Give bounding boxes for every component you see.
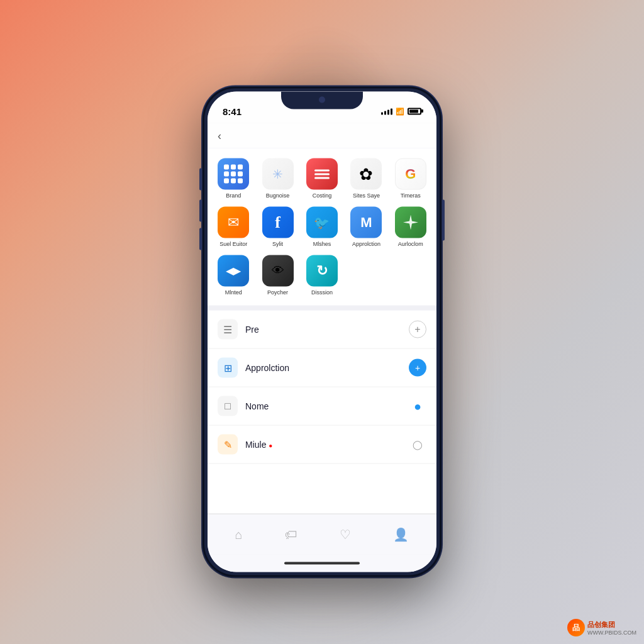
app-item-music[interactable]: ◀▶ Mlnted: [215, 255, 252, 296]
nav-back: ‹: [208, 123, 436, 148]
app-icon-disc: ↻: [306, 255, 338, 286]
phone-screen: 8:41 📶: [208, 92, 436, 572]
app-label-music: Mlnted: [225, 289, 242, 296]
signal-bar-4: [391, 109, 392, 115]
home-bar: [284, 562, 360, 565]
app-label-sites: Sites Saye: [353, 192, 380, 199]
list-item-miule[interactable]: ✎ Miule ● ◯: [208, 426, 436, 464]
app-grid: Brand ✳ Bugnoise Costing: [215, 158, 429, 296]
tab-bar: ⌂ 🏷 ♡ 👤: [208, 514, 436, 555]
list-item-nome[interactable]: □ Nome ●: [208, 387, 436, 426]
camera: [319, 97, 325, 103]
app-icon-mail: ✉: [218, 206, 249, 238]
app-item-disc[interactable]: ↻ Disssion: [304, 255, 340, 296]
app-item-mail[interactable]: ✉ Suel Euitor: [215, 206, 252, 247]
signal-bar-1: [381, 113, 383, 115]
app-label-costing: Costing: [313, 192, 332, 199]
tab-home[interactable]: ⌂: [235, 527, 243, 541]
app-icon-maps: M: [350, 206, 382, 238]
signal-bar-2: [384, 111, 386, 115]
list-action-pre[interactable]: +: [409, 321, 426, 338]
app-label-bugnoise: Bugnoise: [266, 192, 290, 199]
app-icon-facebook: f: [262, 206, 294, 238]
list-item-approlction[interactable]: ⊞ Approlction +: [208, 349, 436, 387]
list-item-pre[interactable]: ☰ Pre +: [208, 311, 436, 349]
app-label-google: Timeras: [401, 192, 421, 199]
watermark-sub: WWW.PBIDS.COM: [587, 630, 636, 636]
signal-bars: [381, 108, 392, 115]
list-section: ☰ Pre + ⊞ Approlction + □ Nome ●: [208, 311, 436, 514]
list-action-miule[interactable]: ◯: [409, 436, 426, 453]
app-item-twitter[interactable]: 🐦 Mlshes: [304, 206, 340, 247]
app-label-brand: Brand: [226, 192, 241, 199]
app-grid-section: Brand ✳ Bugnoise Costing: [208, 148, 436, 306]
watermark: 品 品创集团 WWW.PBIDS.COM: [567, 619, 636, 636]
list-text-pre: Pre: [245, 325, 401, 335]
list-action-approlction[interactable]: +: [409, 359, 426, 377]
tab-contacts[interactable]: ♡: [340, 527, 351, 542]
content-area: Brand ✳ Bugnoise Costing: [208, 148, 436, 514]
back-button[interactable]: ‹: [218, 129, 221, 142]
status-bar: 8:41 📶: [208, 92, 436, 123]
app-item-bugnoise[interactable]: ✳ Bugnoise: [259, 158, 296, 199]
watermark-logo: 品: [567, 619, 585, 636]
list-text-miule: Miule ●: [245, 440, 401, 450]
app-label-facebook: Sylit: [272, 240, 283, 247]
app-icon-twitter: 🐦: [306, 206, 338, 238]
app-item-auto[interactable]: Aurloclom: [392, 206, 429, 247]
watermark-main: 品创集团: [587, 620, 636, 630]
app-icon-music: ◀▶: [218, 255, 249, 286]
contacts-tab-icon: ♡: [340, 527, 351, 542]
phone-device: 8:41 📶: [203, 87, 441, 577]
app-icon-sites: ✿: [350, 158, 382, 190]
app-item-google[interactable]: G Timeras: [392, 158, 429, 199]
app-label-mail: Suel Euitor: [219, 240, 247, 247]
status-icons: 📶: [381, 107, 421, 115]
list-icon-approlction: ⊞: [218, 358, 238, 378]
app-item-maps[interactable]: M Approlction: [348, 206, 384, 247]
list-action-nome[interactable]: ●: [409, 397, 426, 415]
app-label-disc: Disssion: [311, 289, 333, 296]
app-label-twitter: Mlshes: [313, 240, 331, 247]
home-indicator: [208, 555, 436, 572]
battery-icon: [408, 108, 421, 114]
profile-tab-icon: 👤: [393, 527, 409, 542]
app-item-psy[interactable]: 👁 Poycher: [259, 255, 296, 296]
app-item-brand[interactable]: Brand: [215, 158, 252, 199]
svg-marker-0: [403, 214, 418, 230]
tab-store[interactable]: 🏷: [285, 527, 297, 541]
watermark-text: 品创集团 WWW.PBIDS.COM: [587, 620, 636, 636]
app-label-psy: Poycher: [267, 289, 288, 296]
signal-bar-3: [387, 110, 389, 115]
list-text-nome: Nome: [245, 401, 401, 411]
app-icon-psy: 👁: [262, 255, 294, 286]
app-item-costing[interactable]: Costing: [304, 158, 340, 199]
app-icon-auto: [395, 206, 426, 238]
notch: [281, 92, 363, 109]
app-label-maps: Approlction: [352, 240, 380, 247]
battery-fill: [409, 109, 418, 113]
list-text-approlction: Approlction: [245, 363, 401, 373]
app-icon-brand: [218, 158, 249, 190]
app-icon-bugnoise: ✳: [262, 158, 294, 190]
app-item-facebook[interactable]: f Sylit: [259, 206, 296, 247]
list-icon-nome: □: [218, 396, 238, 416]
wifi-icon: 📶: [396, 107, 404, 115]
status-time: 8:41: [223, 106, 242, 116]
home-tab-icon: ⌂: [235, 527, 243, 541]
app-label-auto: Aurloclom: [398, 240, 423, 247]
store-tab-icon: 🏷: [285, 527, 297, 541]
app-icon-google: G: [395, 158, 426, 190]
tab-profile[interactable]: 👤: [393, 527, 409, 542]
app-item-sites[interactable]: ✿ Sites Saye: [348, 158, 384, 199]
list-icon-pre: ☰: [218, 319, 238, 340]
app-icon-costing: [306, 158, 338, 190]
list-icon-miule: ✎: [218, 435, 238, 455]
phone-wrapper: 8:41 📶: [203, 87, 441, 577]
